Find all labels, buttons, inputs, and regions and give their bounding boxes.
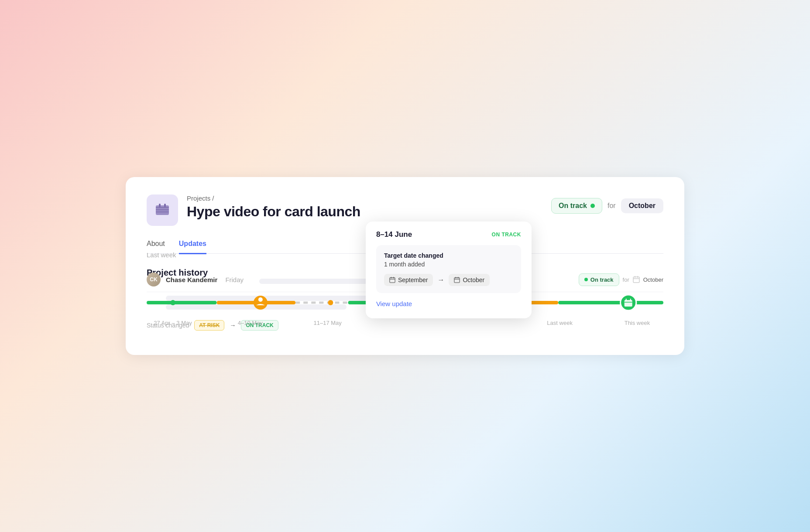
timeline-label-this-week: This week [611,320,663,326]
view-update-link[interactable]: View update [376,300,412,307]
status-badge: On track [551,198,602,214]
svg-point-9 [170,300,175,305]
popup-to-month: October [449,274,490,286]
popup-change-sub: 1 month added [384,261,513,268]
timeline-labels: 27 Apr – 3 May 4–10 May 11–17 May Last w… [147,320,663,326]
header-left: Projects / Hype video for card launch [147,194,360,226]
main-card: Projects / Hype video for card launch On… [126,177,684,355]
page-title: Hype video for card launch [187,204,360,220]
popup-date: 8–14 June [376,230,412,239]
month-badge: October [621,198,663,213]
right-month-label: October [643,276,663,283]
svg-rect-1 [159,204,161,207]
right-for-label: for [623,276,629,283]
popup-content-box: Target date changed 1 month added Septem… [376,245,521,293]
project-icon [147,194,178,226]
project-meta: Projects / Hype video for card launch [187,194,360,220]
update-name: Chase Kandemir [166,276,217,283]
svg-rect-0 [156,205,169,215]
svg-rect-3 [147,301,217,304]
popup-from-month: September [384,274,433,286]
svg-rect-8 [558,301,663,304]
popup-status: ON TRACK [492,232,521,238]
svg-rect-28 [454,278,460,283]
breadcrumb: Projects / [187,194,360,202]
timeline-wrapper: ☛ 27 Apr – 3 May 4–10 May 11–17 May Last… [147,290,663,326]
right-status-badge: On track [579,273,619,286]
popup-change-title: Target date changed [384,252,513,259]
popup-arrow: → [437,276,444,284]
popup-header: 8–14 June ON TRACK [376,230,521,239]
for-label: for [608,202,616,210]
tab-updates[interactable]: Updates [179,240,206,254]
update-time: Friday [225,276,244,283]
svg-point-12 [328,300,333,305]
calendar-icon-small [633,276,640,283]
tab-about[interactable]: About [147,240,165,254]
svg-rect-20 [625,300,632,307]
right-status-inline: On track for October [579,273,663,286]
header-right: On track for October [551,198,663,214]
svg-point-11 [258,297,263,302]
popup-months: September → October [384,274,513,286]
svg-rect-24 [390,278,395,283]
right-status-dot [584,278,588,281]
header: Projects / Hype video for card launch On… [147,194,663,226]
svg-rect-32 [633,277,639,283]
timeline-label-1: 27 Apr – 3 May [147,320,199,326]
status-dot [590,204,595,208]
avatar: CK [147,273,161,286]
timeline-label-3: 11–17 May [302,320,354,326]
timeline-label-2: 4–10 May [224,320,276,326]
timeline-label-last-week: Last week [534,320,586,326]
popup: 8–14 June ON TRACK Target date changed 1… [366,222,532,318]
svg-rect-2 [164,204,166,207]
